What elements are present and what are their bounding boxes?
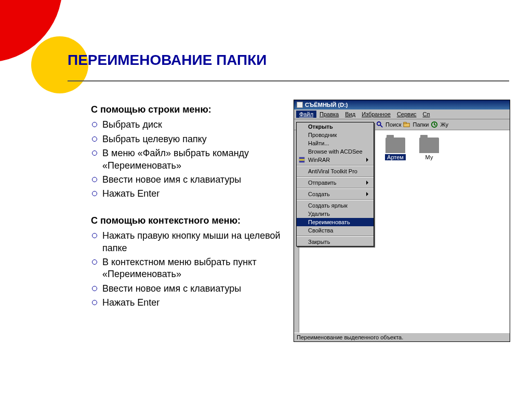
folder-label-selected: Артем [385, 154, 406, 160]
slide-title: ПЕРЕИМЕНОВАНИЕ ПАПКИ [68, 52, 509, 68]
body-text: С помощью строки меню: Выбрать диск Выбр… [91, 104, 283, 323]
menu-tools[interactable]: Сервис [394, 111, 420, 118]
menu-file[interactable]: Файл [296, 111, 316, 118]
submenu-arrow-icon [366, 158, 370, 162]
decoration-red-circle [0, 0, 62, 62]
window-title: СЪЁМНЫЙ (D:) [305, 102, 348, 108]
list-item: Нажать правую кнопку мыши на целевой пап… [91, 230, 283, 254]
bullet-list-1: Выбрать диск Выбрать целевую папку В мен… [91, 119, 283, 200]
menu-item-send[interactable]: Отправить [297, 179, 374, 187]
menu-favorites[interactable]: Избранное [358, 111, 394, 118]
list-item: Выбрать целевую папку [91, 133, 283, 145]
folders-icon [403, 121, 410, 128]
toolbar-history[interactable]: Жу [440, 121, 448, 128]
list-item: В меню «Файл» выбрать команду «Переимено… [91, 147, 283, 172]
menu-item-open[interactable]: Открыть [297, 122, 374, 131]
menu-help[interactable]: Сп [420, 111, 433, 118]
history-icon [431, 121, 438, 128]
list-item: Нажать Enter [91, 297, 283, 309]
list-item: Ввести новое имя с клавиатуры [91, 283, 283, 295]
menubar: Файл Правка Вид Избранное Сервис Сп [294, 109, 510, 119]
menu-edit[interactable]: Правка [316, 111, 342, 118]
menu-item-properties[interactable]: Свойства [297, 226, 374, 235]
svg-line-1 [380, 125, 382, 127]
winrar-icon [298, 156, 305, 163]
folder-label: Му [425, 154, 433, 160]
file-dropdown-menu: Открыть Проводник Найти... Browse with A… [296, 122, 374, 246]
menu-item-close[interactable]: Закрыть [297, 238, 374, 246]
list-item: В контекстном меню выбрать пункт «Переим… [91, 256, 283, 281]
menu-item-find[interactable]: Найти... [297, 139, 374, 147]
submenu-arrow-icon [366, 192, 370, 196]
title-divider [68, 80, 509, 81]
svg-rect-6 [299, 159, 305, 161]
folder-icon [385, 138, 405, 153]
submenu-arrow-icon [366, 181, 370, 185]
menu-item-winrar[interactable]: WinRAR [297, 156, 374, 164]
statusbar: Переименование выделенного объекта. [294, 333, 510, 341]
statusbar-text: Переименование выделенного объекта. [297, 334, 403, 340]
toolbar-folders[interactable]: Папки [413, 121, 429, 128]
window-icon [297, 102, 303, 108]
menu-item-antiviral[interactable]: AntiViral Toolkit Pro [297, 167, 374, 175]
bullet-list-2: Нажать правую кнопку мыши на целевой пап… [91, 230, 283, 309]
menu-item-acdsee[interactable]: Browse with ACDSee [297, 147, 374, 156]
section-heading-1: С помощью строки меню: [91, 104, 283, 116]
menu-item-create[interactable]: Создать [297, 190, 374, 198]
window-titlebar[interactable]: СЪЁМНЫЙ (D:) [294, 100, 510, 109]
list-item: Ввести новое имя с клавиатуры [91, 174, 283, 186]
list-item: Нажать Enter [91, 188, 283, 200]
menu-item-rename[interactable]: Переименовать [297, 218, 374, 226]
section-heading-2: С помощью контекстного меню: [91, 215, 283, 227]
menu-item-shortcut[interactable]: Создать ярлык [297, 201, 374, 210]
folder-item[interactable]: Му [419, 138, 440, 160]
search-icon [376, 121, 383, 128]
explorer-window: СЪЁМНЫЙ (D:) Файл Правка Вид Избранное С… [294, 100, 510, 342]
svg-rect-3 [404, 122, 406, 124]
list-item: Выбрать диск [91, 119, 283, 131]
folder-item-selected[interactable]: Артем [377, 138, 414, 160]
folder-icon [419, 138, 439, 153]
menu-item-explorer[interactable]: Проводник [297, 131, 374, 139]
menu-item-delete[interactable]: Удалить [297, 210, 374, 218]
svg-point-0 [377, 122, 381, 126]
toolbar-search[interactable]: Поиск [385, 121, 401, 128]
menu-view[interactable]: Вид [342, 111, 358, 118]
